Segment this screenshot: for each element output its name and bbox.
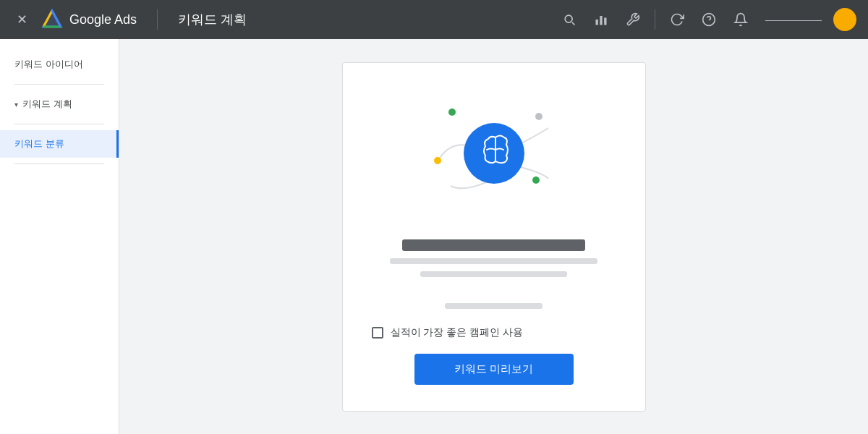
svg-rect-7 <box>604 18 606 25</box>
sidebar-item-keyword-plan-label: 키워드 계획 <box>22 98 72 111</box>
sidebar-divider-2 <box>14 124 104 124</box>
body-layout: 키워드 아이디어 ▾ 키워드 계획 키워드 분류 <box>0 39 868 434</box>
svg-point-13 <box>532 176 540 184</box>
best-campaign-checkbox[interactable] <box>372 327 383 339</box>
main-card: 실적이 가장 좋은 캠페인 사용 키워드 미리보기 <box>342 62 646 412</box>
sidebar-divider-3 <box>14 163 104 164</box>
sidebar-item-keyword-plan[interactable]: ▾ 키워드 계획 <box>0 90 119 118</box>
main-content: 실적이 가장 좋은 캠페인 사용 키워드 미리보기 <box>119 39 868 434</box>
checkbox-row[interactable]: 실적이 가장 좋은 캠페인 사용 <box>372 326 616 339</box>
svg-point-14 <box>535 113 542 120</box>
header-page-title: 키워드 계획 <box>178 11 247 28</box>
illustration-svg <box>407 92 581 222</box>
svg-point-12 <box>434 157 441 164</box>
placeholder-bars <box>372 239 616 309</box>
chart-icon[interactable] <box>588 7 614 33</box>
sidebar-item-keyword-ideas[interactable]: 키워드 아이디어 <box>0 51 119 78</box>
app-title: Google Ads <box>69 12 137 27</box>
bell-icon[interactable] <box>728 7 754 33</box>
svg-point-11 <box>448 109 456 116</box>
bar-tertiary <box>420 271 567 277</box>
bar-secondary <box>390 258 597 264</box>
bar-short <box>445 303 542 309</box>
header-divider <box>157 9 158 30</box>
account-name: —————— <box>765 14 822 25</box>
sidebar: 키워드 아이디어 ▾ 키워드 계획 키워드 분류 <box>0 39 119 434</box>
header-separator-2 <box>655 9 655 30</box>
logo-icon <box>41 8 64 31</box>
illustration <box>407 92 581 222</box>
avatar[interactable] <box>833 8 856 31</box>
preview-button[interactable]: 키워드 미리보기 <box>414 354 574 385</box>
refresh-icon[interactable] <box>664 7 690 33</box>
help-icon[interactable] <box>696 7 722 33</box>
sidebar-divider-1 <box>14 84 104 85</box>
search-icon[interactable] <box>556 7 582 33</box>
close-button[interactable]: ✕ <box>12 9 32 30</box>
sidebar-item-keyword-ideas-label: 키워드 아이디어 <box>14 58 83 71</box>
svg-point-10 <box>464 123 524 184</box>
header-right: —————— <box>556 7 856 33</box>
wrench-icon[interactable] <box>620 7 646 33</box>
app-header: ✕ Google Ads 키워드 계획 <box>0 0 868 39</box>
sidebar-item-keyword-category-label: 키워드 분류 <box>14 137 64 150</box>
bar-primary <box>402 239 586 251</box>
svg-rect-6 <box>600 16 602 25</box>
header-left: ✕ Google Ads 키워드 계획 <box>12 8 247 31</box>
sidebar-item-arrow: ▾ <box>14 101 18 109</box>
sidebar-item-keyword-category[interactable]: 키워드 분류 <box>0 130 119 158</box>
svg-rect-5 <box>596 20 598 25</box>
google-ads-logo: Google Ads <box>41 8 137 31</box>
best-campaign-label: 실적이 가장 좋은 캠페인 사용 <box>391 326 524 339</box>
